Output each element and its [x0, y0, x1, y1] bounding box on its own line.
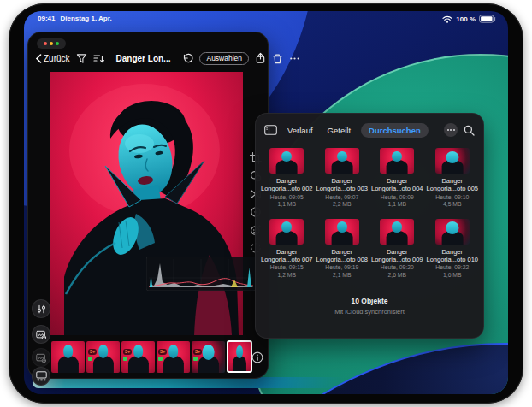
traffic-light-dots[interactable] — [37, 38, 66, 49]
sidebar-toggle-icon[interactable] — [264, 125, 277, 135]
back-button[interactable]: Zurück — [35, 54, 70, 63]
tab-geteilt[interactable]: Geteilt — [323, 123, 355, 138]
file-item[interactable]: Danger Longoria...oto 010 Heute, 09:22 1… — [427, 219, 479, 280]
file-thumbnail — [269, 148, 304, 174]
file-item[interactable]: Danger Longoria...oto 004 Heute, 09:09 1… — [371, 148, 423, 209]
library-footer: 10 Objekte Mit iCloud synchronisiert — [256, 297, 483, 316]
icloud-sync-status: Mit iCloud synchronisiert — [256, 308, 483, 316]
back-chevron-icon — [35, 54, 42, 63]
file-item[interactable]: Danger Longoria...oto 003 Heute, 09:07 2… — [316, 148, 369, 209]
status-bar: 09:41 Dienstag 1. Apr. 100 % — [24, 11, 508, 25]
item-count: 10 Objekte — [256, 297, 483, 305]
auto-adjustments-icon — [37, 304, 46, 314]
status-time: 09:41 — [38, 15, 55, 22]
edit-count-badge: 3+ — [158, 349, 167, 355]
info-icon — [251, 351, 263, 363]
file-thumbnail — [435, 148, 470, 174]
tab-durchsuchen[interactable]: Durchsuchen — [361, 123, 429, 138]
photo-artwork — [50, 72, 243, 335]
file-thumbnail — [325, 148, 359, 174]
filmstrip-thumb[interactable]: 3+ — [157, 341, 190, 373]
edit-count-badge: 3+ — [123, 349, 132, 355]
filmstrip-thumb[interactable]: 3+ — [86, 341, 120, 373]
wifi-icon — [442, 15, 452, 23]
battery-percent: 100 % — [456, 15, 476, 23]
batch-edit-button[interactable] — [32, 348, 50, 367]
file-item[interactable]: Danger Longoria...oto 009 Heute, 09:20 2… — [371, 219, 423, 280]
sort-icon[interactable] — [93, 53, 104, 63]
export-photo-button[interactable] — [32, 325, 50, 344]
filmstrip: 3+ 3+ 3+ 3+ — [51, 340, 252, 373]
filmstrip-thumb[interactable]: 3+ — [192, 341, 225, 373]
filter-funnel-icon[interactable] — [76, 53, 87, 64]
select-button[interactable]: Auswählen — [199, 52, 249, 65]
library-header: Verlauf Geteilt Durchsuchen — [264, 121, 475, 139]
file-item[interactable]: Danger Longoria...oto 002 Heute, 09:05 1… — [261, 148, 313, 209]
file-thumbnail — [435, 219, 470, 245]
editor-toolbar: Zurück Danger Lon... Auswählen — [35, 50, 261, 66]
editor-window: Zurück Danger Lon... Auswählen — [27, 32, 269, 379]
edit-count-badge: 3+ — [88, 349, 97, 355]
flag-badge — [123, 357, 127, 361]
file-thumbnail — [325, 219, 359, 245]
share-icon[interactable] — [255, 52, 266, 64]
filmstrip-thumb[interactable] — [51, 341, 85, 373]
batch-edit-icon — [36, 353, 46, 363]
flag-badge — [88, 357, 92, 361]
filmstrip-toggle-button[interactable] — [32, 367, 50, 386]
photo-canvas[interactable] — [50, 72, 243, 335]
file-thumbnail — [380, 219, 414, 245]
filmstrip-thumb[interactable]: 3+ — [121, 341, 155, 373]
file-item[interactable]: Danger Longoria...oto 007 Heute, 09:15 1… — [261, 219, 313, 280]
file-grid: Danger Longoria...oto 002 Heute, 09:05 1… — [261, 148, 478, 279]
flag-badge — [193, 357, 198, 361]
tab-verlauf[interactable]: Verlauf — [283, 123, 317, 138]
filmstrip-thumb-selected[interactable] — [227, 340, 252, 373]
file-thumbnail — [269, 219, 304, 245]
ipad-device: 09:41 Dienstag 1. Apr. 100 % — [9, 3, 523, 404]
battery-icon — [479, 15, 496, 23]
more-icon[interactable] — [289, 53, 300, 64]
undo-icon[interactable] — [182, 53, 193, 64]
file-thumbnail — [380, 148, 414, 174]
file-item[interactable]: Danger Longoria...oto 008 Heute, 09:19 2… — [316, 219, 369, 280]
more-circle-icon[interactable] — [444, 123, 458, 137]
info-button[interactable] — [251, 351, 263, 363]
histogram-overlay[interactable] — [146, 257, 256, 291]
status-date: Dienstag 1. Apr. — [60, 15, 111, 22]
search-icon[interactable] — [464, 125, 475, 136]
auto-adjustments-button[interactable] — [32, 299, 50, 318]
export-photo-icon — [36, 330, 46, 339]
edit-count-badge: 3+ — [193, 349, 202, 355]
filmstrip-toggle-icon — [36, 371, 47, 381]
trash-icon[interactable] — [272, 53, 283, 64]
library-panel: Verlauf Geteilt Durchsuchen Danger Longo… — [255, 113, 484, 339]
ipad-screen: 09:41 Dienstag 1. Apr. 100 % — [24, 11, 508, 394]
file-item[interactable]: Danger Longoria...oto 005 Heute, 09:10 4… — [427, 148, 479, 209]
flag-badge — [158, 357, 163, 361]
document-title: Danger Lon... — [116, 54, 171, 63]
